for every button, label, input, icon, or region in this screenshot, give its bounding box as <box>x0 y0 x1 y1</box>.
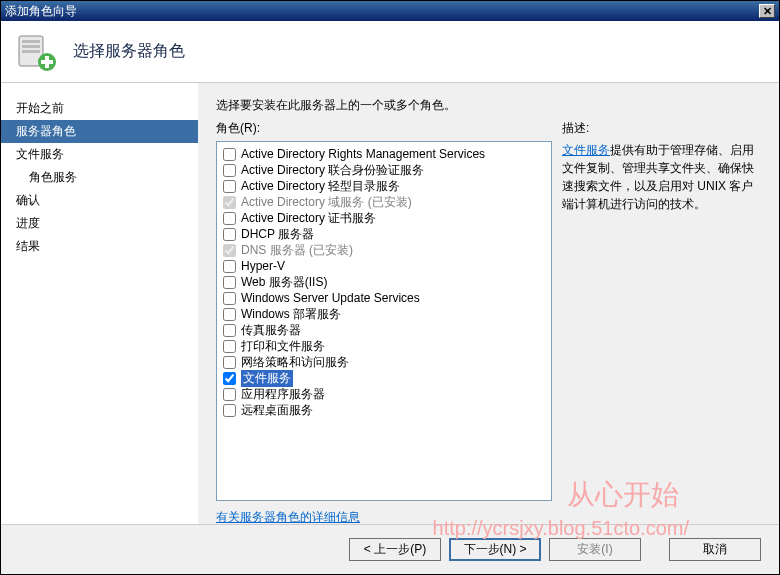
install-button: 安装(I) <box>549 538 641 561</box>
roles-label: 角色(R): <box>216 120 562 137</box>
role-label: Windows 部署服务 <box>241 306 341 323</box>
more-info-link[interactable]: 有关服务器角色的详细信息 <box>216 510 360 524</box>
nav-item[interactable]: 角色服务 <box>1 166 198 189</box>
description-pane: 文件服务提供有助于管理存储、启用文件复制、管理共享文件夹、确保快速搜索文件，以及… <box>562 141 764 501</box>
role-item[interactable]: Active Directory 证书服务 <box>223 210 545 226</box>
panes-row: Active Directory Rights Management Servi… <box>216 141 764 501</box>
role-checkbox[interactable] <box>223 260 236 273</box>
header-section: 选择服务器角色 <box>1 21 779 83</box>
role-item[interactable]: 文件服务 <box>223 370 545 386</box>
role-label: 应用程序服务器 <box>241 386 325 403</box>
next-button[interactable]: 下一步(N) > <box>449 538 541 561</box>
role-item[interactable]: Windows Server Update Services <box>223 290 545 306</box>
role-item[interactable]: DHCP 服务器 <box>223 226 545 242</box>
nav-item[interactable]: 文件服务 <box>1 143 198 166</box>
nav-item[interactable]: 服务器角色 <box>1 120 198 143</box>
prev-button[interactable]: < 上一步(P) <box>349 538 441 561</box>
nav-item[interactable]: 确认 <box>1 189 198 212</box>
role-checkbox[interactable] <box>223 388 236 401</box>
role-checkbox[interactable] <box>223 404 236 417</box>
role-checkbox[interactable] <box>223 228 236 241</box>
role-label: Active Directory 证书服务 <box>241 210 376 227</box>
role-item[interactable]: 网络策略和访问服务 <box>223 354 545 370</box>
role-item[interactable]: Active Directory 轻型目录服务 <box>223 178 545 194</box>
role-checkbox <box>223 244 236 257</box>
svg-rect-2 <box>22 45 40 48</box>
role-label: Active Directory 轻型目录服务 <box>241 178 400 195</box>
titlebar: 添加角色向导 ✕ <box>1 1 779 21</box>
role-checkbox[interactable] <box>223 180 236 193</box>
button-row: < 上一步(P) 下一步(N) > 安装(I) 取消 <box>1 524 779 574</box>
role-label: DNS 服务器 (已安装) <box>241 242 353 259</box>
nav-item[interactable]: 开始之前 <box>1 97 198 120</box>
role-label: 打印和文件服务 <box>241 338 325 355</box>
role-checkbox[interactable] <box>223 164 236 177</box>
role-label: Web 服务器(IIS) <box>241 274 327 291</box>
nav-sidebar: 开始之前服务器角色文件服务角色服务确认进度结果 <box>1 83 198 524</box>
role-checkbox[interactable] <box>223 308 236 321</box>
role-item[interactable]: Windows 部署服务 <box>223 306 545 322</box>
role-checkbox[interactable] <box>223 148 236 161</box>
content-area: 选择要安装在此服务器上的一个或多个角色。 角色(R): 描述: Active D… <box>198 83 779 524</box>
svg-rect-3 <box>22 50 40 53</box>
role-label: 文件服务 <box>241 370 293 387</box>
body-section: 开始之前服务器角色文件服务角色服务确认进度结果 选择要安装在此服务器上的一个或多… <box>1 83 779 524</box>
role-label: Active Directory 联合身份验证服务 <box>241 162 424 179</box>
svg-rect-6 <box>41 60 53 64</box>
role-label: Active Directory Rights Management Servi… <box>241 147 485 161</box>
description-link[interactable]: 文件服务 <box>562 143 610 157</box>
page-title: 选择服务器角色 <box>73 41 185 62</box>
role-checkbox[interactable] <box>223 276 236 289</box>
wizard-dialog: 添加角色向导 ✕ 选择服务器角色 开始之前服务器角色文件服务角色服务确认进度结果… <box>0 0 780 575</box>
role-item[interactable]: Active Directory Rights Management Servi… <box>223 146 545 162</box>
nav-item[interactable]: 结果 <box>1 235 198 258</box>
nav-item[interactable]: 进度 <box>1 212 198 235</box>
role-label: DHCP 服务器 <box>241 226 314 243</box>
roles-listbox[interactable]: Active Directory Rights Management Servi… <box>216 141 552 501</box>
close-button[interactable]: ✕ <box>759 4 775 18</box>
role-item[interactable]: Active Directory 联合身份验证服务 <box>223 162 545 178</box>
wizard-icon <box>15 30 59 74</box>
role-label: 远程桌面服务 <box>241 402 313 419</box>
role-item[interactable]: 打印和文件服务 <box>223 338 545 354</box>
role-item[interactable]: 传真服务器 <box>223 322 545 338</box>
role-item: Active Directory 域服务 (已安装) <box>223 194 545 210</box>
role-item[interactable]: Web 服务器(IIS) <box>223 274 545 290</box>
labels-row: 角色(R): 描述: <box>216 120 764 137</box>
role-label: Windows Server Update Services <box>241 291 420 305</box>
role-checkbox[interactable] <box>223 324 236 337</box>
role-checkbox[interactable] <box>223 372 236 385</box>
role-label: Hyper-V <box>241 259 285 273</box>
role-item[interactable]: 应用程序服务器 <box>223 386 545 402</box>
role-checkbox[interactable] <box>223 356 236 369</box>
role-checkbox[interactable] <box>223 340 236 353</box>
role-label: 传真服务器 <box>241 322 301 339</box>
role-checkbox[interactable] <box>223 212 236 225</box>
cancel-button[interactable]: 取消 <box>669 538 761 561</box>
role-checkbox <box>223 196 236 209</box>
window-title: 添加角色向导 <box>5 1 77 21</box>
role-item: DNS 服务器 (已安装) <box>223 242 545 258</box>
role-item[interactable]: Hyper-V <box>223 258 545 274</box>
role-label: Active Directory 域服务 (已安装) <box>241 194 412 211</box>
svg-rect-1 <box>22 40 40 43</box>
role-checkbox[interactable] <box>223 292 236 305</box>
description-label: 描述: <box>562 120 589 137</box>
role-label: 网络策略和访问服务 <box>241 354 349 371</box>
role-item[interactable]: 远程桌面服务 <box>223 402 545 418</box>
instruction-text: 选择要安装在此服务器上的一个或多个角色。 <box>216 97 764 114</box>
